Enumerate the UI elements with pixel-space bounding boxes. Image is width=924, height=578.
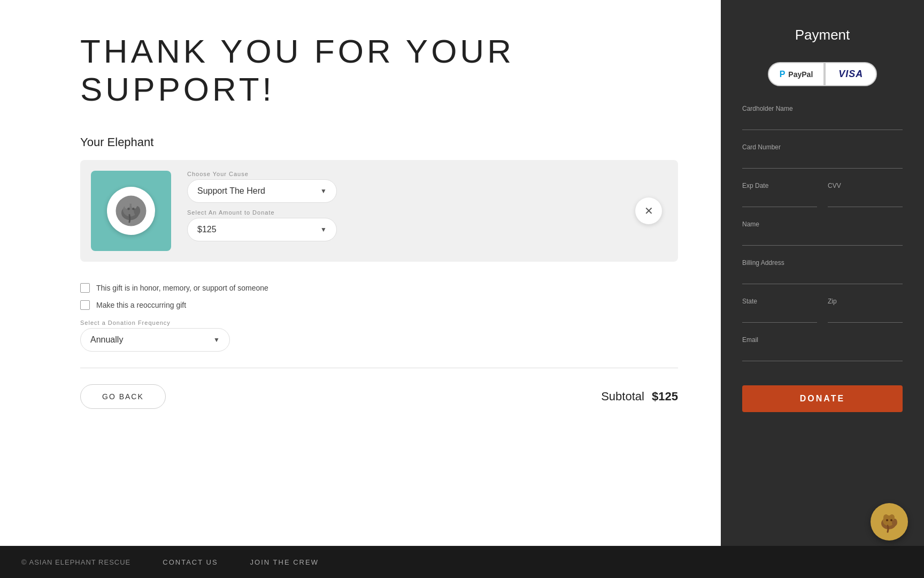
email-label: Email	[742, 336, 903, 344]
amount-value: $125	[197, 225, 217, 234]
state-input[interactable]	[742, 309, 817, 323]
email-field: Email	[742, 336, 903, 361]
paypal-button[interactable]: P PayPal	[768, 62, 825, 86]
cvv-input[interactable]	[828, 194, 903, 207]
name-input[interactable]	[742, 232, 903, 246]
payment-panel: Payment P PayPal VISA Cardholder Name Ca…	[721, 0, 924, 546]
cvv-field: CVV	[828, 182, 903, 207]
page-title: THANK YOU FOR YOUR SUPPORT!	[80, 32, 678, 109]
donation-form-area: Choose Your Cause Support The Herd ▼ Sel…	[187, 171, 667, 241]
billing-input[interactable]	[742, 271, 903, 284]
cause-field: Choose Your Cause Support The Herd ▼	[187, 171, 667, 203]
cvv-label: CVV	[828, 182, 903, 189]
elephant-image	[91, 171, 171, 251]
honor-checkbox-row[interactable]: This gift is in honor, memory, or suppor…	[80, 283, 678, 293]
exp-date-label: Exp Date	[742, 182, 817, 189]
amount-label: Select An Amount to Donate	[187, 209, 667, 216]
name-label: Name	[742, 220, 903, 228]
state-zip-row: State Zip	[742, 298, 903, 323]
donate-button[interactable]: DONATE	[742, 385, 903, 412]
svg-point-6	[127, 208, 130, 210]
divider	[80, 368, 678, 368]
subtotal-area: Subtotal $125	[601, 390, 678, 404]
cause-value: Support The Herd	[197, 186, 265, 196]
floating-logo-button[interactable]	[871, 503, 908, 541]
cardholder-input[interactable]	[742, 117, 903, 130]
exp-date-field: Exp Date	[742, 182, 817, 207]
paypal-label: PayPal	[788, 70, 813, 79]
frequency-value: Annually	[90, 335, 123, 345]
payment-methods: P PayPal VISA	[742, 62, 903, 86]
frequency-dropdown-arrow: ▼	[213, 336, 220, 344]
elephant-icon	[115, 195, 147, 227]
go-back-button[interactable]: GO BACK	[80, 384, 166, 409]
billing-address-field: Billing Address	[742, 259, 903, 284]
bottom-row: GO BACK Subtotal $125	[80, 384, 678, 409]
recurring-label: Make this a reoccurring gift	[96, 301, 186, 309]
footer: © ASIAN ELEPHANT RESCUE CONTACT US JOIN …	[0, 546, 924, 578]
state-field: State	[742, 298, 817, 323]
cause-dropdown-arrow: ▼	[320, 187, 327, 195]
zip-input[interactable]	[828, 309, 903, 323]
visa-label: VISA	[838, 69, 863, 80]
recurring-checkbox-row[interactable]: Make this a reoccurring gift	[80, 300, 678, 310]
join-crew-link[interactable]: JOIN THE CREW	[250, 558, 319, 566]
contact-us-link[interactable]: CONTACT US	[163, 558, 218, 566]
state-label: State	[742, 298, 817, 305]
paypal-icon: P	[780, 70, 786, 79]
left-panel: THANK YOU FOR YOUR SUPPORT! Your Elephan…	[0, 0, 721, 546]
svg-point-15	[890, 519, 892, 521]
elephant-avatar	[107, 187, 155, 235]
visa-button[interactable]: VISA	[825, 62, 877, 86]
zip-label: Zip	[828, 298, 903, 305]
footer-copyright: © ASIAN ELEPHANT RESCUE	[21, 558, 130, 566]
billing-label: Billing Address	[742, 259, 903, 267]
checkboxes-section: This gift is in honor, memory, or suppor…	[80, 283, 678, 310]
floating-elephant-icon	[876, 508, 903, 535]
svg-point-14	[886, 519, 888, 521]
amount-field: Select An Amount to Donate $125 ▼	[187, 209, 667, 241]
cardholder-label: Cardholder Name	[742, 105, 903, 112]
cardholder-field: Cardholder Name	[742, 105, 903, 130]
honor-label: This gift is in honor, memory, or suppor…	[96, 284, 268, 292]
email-input[interactable]	[742, 348, 903, 361]
exp-date-input[interactable]	[742, 194, 817, 207]
recurring-checkbox[interactable]	[80, 300, 90, 310]
card-number-label: Card Number	[742, 143, 903, 151]
payment-title: Payment	[742, 27, 903, 43]
close-button[interactable]: ✕	[635, 197, 662, 224]
card-number-input[interactable]	[742, 155, 903, 169]
svg-point-5	[132, 201, 137, 209]
elephant-card: Choose Your Cause Support The Herd ▼ Sel…	[80, 160, 678, 262]
frequency-section: Select a Donation Frequency Annually ▼	[80, 320, 678, 352]
subtotal-label: Subtotal	[601, 390, 644, 403]
subtotal-value: $125	[652, 390, 678, 403]
exp-cvv-row: Exp Date CVV	[742, 182, 903, 207]
honor-checkbox[interactable]	[80, 283, 90, 293]
cause-label: Choose Your Cause	[187, 171, 667, 177]
amount-dropdown-arrow: ▼	[320, 226, 327, 233]
amount-dropdown[interactable]: $125 ▼	[187, 218, 337, 241]
your-elephant-label: Your Elephant	[80, 135, 678, 149]
zip-field: Zip	[828, 298, 903, 323]
frequency-dropdown[interactable]: Annually ▼	[80, 328, 230, 352]
svg-point-7	[132, 208, 135, 210]
frequency-label: Select a Donation Frequency	[80, 320, 678, 326]
name-field: Name	[742, 220, 903, 246]
cause-dropdown[interactable]: Support The Herd ▼	[187, 179, 337, 203]
card-number-field: Card Number	[742, 143, 903, 169]
